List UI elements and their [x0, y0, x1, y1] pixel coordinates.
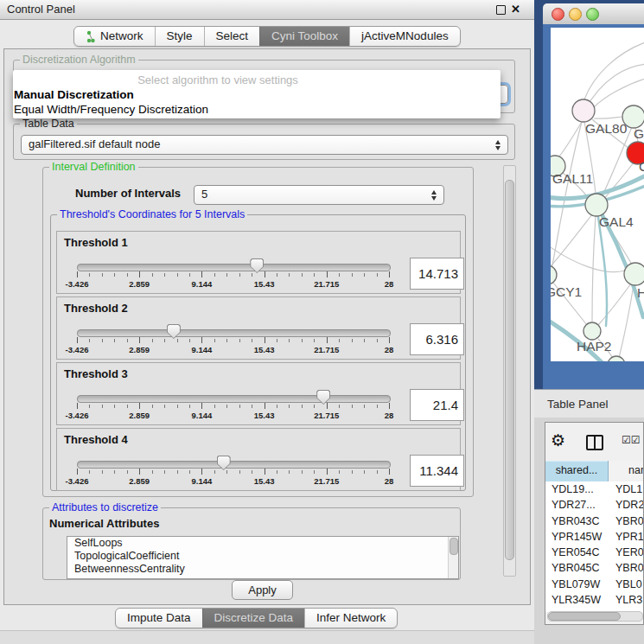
table-data-combobox[interactable]: galFiltered.sif default node: [21, 135, 508, 155]
major-tick: [201, 337, 202, 343]
major-tick: [389, 337, 390, 343]
network-node[interactable]: [608, 356, 625, 361]
table-row[interactable]: YBR045CYBR0: [545, 560, 643, 576]
cell-name: YLR3: [608, 592, 643, 608]
column-header-shared-name[interactable]: shared...: [545, 461, 609, 481]
tab-label: Infer Network: [316, 609, 386, 628]
table-row[interactable]: YER054CYER0: [545, 545, 643, 560]
zoom-traffic-light-icon[interactable]: [586, 8, 599, 21]
major-tick: [77, 271, 78, 277]
table-row[interactable]: YBL079WYBL0: [545, 577, 643, 592]
interval-definition-group: Interval Definition Number of Intervals …: [42, 167, 474, 497]
tab-infer-network[interactable]: Infer Network: [304, 609, 397, 628]
cell-shared-name: YER054C: [545, 545, 608, 560]
network-node-label: GAL4: [599, 214, 634, 229]
list-scrollbar[interactable]: [448, 537, 458, 578]
columns-icon[interactable]: [586, 435, 603, 450]
network-node[interactable]: [572, 99, 595, 122]
dropdown-item-manual-discretization[interactable]: Manual Discretization: [14, 88, 134, 101]
minimize-traffic-light-icon[interactable]: [569, 8, 582, 21]
network-node-label: G.: [634, 126, 644, 141]
table-panel-titlebar[interactable]: Table Panel: [534, 389, 644, 418]
tab-select[interactable]: Select: [204, 27, 260, 46]
tab-network[interactable]: Network: [74, 27, 155, 46]
scrollbar-thumb[interactable]: [450, 538, 458, 555]
slider-tick-labels: -3.4262.8599.14415.4321.71528: [77, 279, 389, 290]
major-tick: [389, 469, 390, 475]
table-row[interactable]: YBR043CYBR0: [545, 513, 643, 529]
table-row[interactable]: YDL19...YDL1: [545, 481, 643, 497]
scrollbar-thumb[interactable]: [548, 612, 621, 621]
network-edge: [584, 64, 644, 111]
list-item[interactable]: TopologicalCoefficient: [67, 550, 458, 563]
table-row[interactable]: YPR145WYPR1: [545, 529, 643, 545]
tick-label: 15.43: [254, 345, 275, 354]
tick-label: 21.715: [314, 345, 339, 354]
slider-major-ticks: [77, 469, 389, 475]
major-tick: [139, 469, 140, 475]
number-of-intervals-combobox[interactable]: 5: [194, 185, 444, 205]
tab-label: jActiveMNodules: [361, 27, 449, 46]
cell-shared-name: YBR045C: [545, 560, 608, 576]
tab-discretize-data[interactable]: Discretize Data: [202, 609, 305, 628]
major-tick: [139, 337, 140, 343]
numerical-attributes-list[interactable]: SelfLoopsTopologicalCoefficientBetweenne…: [67, 536, 459, 579]
network-window-titlebar[interactable]: [543, 3, 644, 25]
tab-impute-data[interactable]: Impute Data: [116, 609, 202, 628]
bottom-tab-bar: Impute DataDiscretize DataInfer Network: [115, 608, 398, 628]
tab-style[interactable]: Style: [155, 27, 204, 46]
group-title: Attributes to discretize: [49, 501, 161, 513]
network-view-window: GAL80G.CGAL11GAL4GCY1HHAP2: [534, 0, 644, 389]
close-icon[interactable]: ✕: [511, 0, 520, 19]
threshold-value-field[interactable]: 14.713: [410, 258, 464, 290]
column-header-name[interactable]: name: [609, 461, 643, 481]
table-horizontal-scrollbar[interactable]: [547, 611, 643, 622]
table-row[interactable]: YDR27...YDR2: [545, 497, 643, 513]
numerical-attributes-label: Numerical Attributes: [49, 517, 159, 530]
slider-tick-labels: -3.4262.8599.14415.4321.71528: [77, 345, 389, 355]
major-tick: [327, 469, 328, 475]
gear-icon[interactable]: ⚙: [551, 430, 565, 450]
cell-name: YDR2: [608, 497, 643, 513]
major-tick: [389, 403, 390, 409]
tick-label: 21.715: [314, 476, 339, 486]
network-node[interactable]: [583, 322, 601, 340]
network-canvas[interactable]: GAL80G.CGAL11GAL4GCY1HHAP2: [551, 28, 644, 361]
table-data-group: Table Data galFiltered.sif default node: [13, 124, 515, 160]
tab-jactivemnodules[interactable]: jActiveMNodules: [349, 27, 460, 46]
slider-tick-labels: -3.4262.8599.14415.4321.71528: [77, 476, 389, 487]
network-node[interactable]: [624, 263, 644, 285]
tick-label: 9.144: [192, 411, 213, 420]
threshold-value-field[interactable]: 11.344: [410, 455, 464, 487]
threshold-value-field[interactable]: 21.4: [410, 389, 464, 421]
major-tick: [77, 403, 78, 409]
network-edge: [551, 245, 625, 272]
combo-arrows-icon: [431, 190, 437, 201]
network-node[interactable]: [622, 105, 644, 128]
close-traffic-light-icon[interactable]: [552, 8, 564, 21]
control-panel-titlebar[interactable]: Control Panel ✕: [0, 0, 534, 20]
tab-cyni-toolbox[interactable]: Cyni Toolbox: [259, 27, 349, 46]
network-node[interactable]: [551, 265, 557, 284]
table-row[interactable]: YLR345WYLR3: [545, 592, 643, 608]
list-item[interactable]: BetweennessCentrality: [67, 563, 458, 576]
slider-major-ticks: [77, 271, 389, 278]
bottom-strip: [0, 630, 534, 644]
float-icon[interactable]: [496, 5, 506, 15]
tab-label: Cyni Toolbox: [271, 27, 338, 46]
table-header-row: shared... name: [545, 461, 643, 482]
major-tick: [265, 403, 265, 409]
scrollbar-thumb[interactable]: [505, 180, 514, 560]
cell-name: YBL0: [608, 577, 643, 592]
dropdown-item-equal-width-frequency[interactable]: Equal Width/Frequency Discretization: [14, 103, 208, 116]
threshold-label: Threshold 2: [64, 302, 128, 315]
network-edge: [594, 78, 644, 107]
apply-button[interactable]: Apply: [232, 580, 293, 600]
threshold-value-field[interactable]: 6.316: [410, 323, 464, 355]
network-node[interactable]: [585, 194, 608, 216]
list-item[interactable]: SelfLoops: [67, 537, 458, 550]
main-vertical-scrollbar[interactable]: [503, 165, 516, 577]
network-edge: [598, 284, 631, 325]
checkboxes-icon[interactable]: ☑☑: [622, 434, 641, 446]
network-node-label: C: [639, 159, 644, 174]
